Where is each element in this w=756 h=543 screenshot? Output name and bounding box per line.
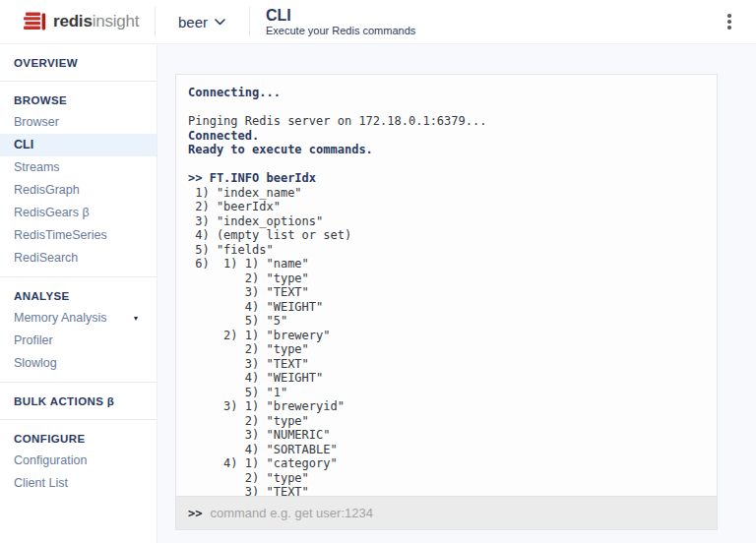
sidebar-item-redistimeseries[interactable]: RedisTimeSeries — [0, 224, 157, 247]
sidebar-item-memory-analysis[interactable]: Memory Analysis▼ — [0, 307, 157, 330]
database-selector-value: beer — [178, 14, 208, 30]
sidebar-item-label: RediSearch — [14, 251, 78, 265]
sidebar-divider — [0, 81, 157, 82]
cli-prompt: >> — [188, 507, 202, 520]
cli-output-line: 3) 1) "breweryid" — [188, 399, 705, 414]
cli-output-line: >> FT.INFO beerIdx — [188, 171, 705, 186]
cli-output-line: 5) "fields" — [188, 243, 705, 258]
database-selector[interactable]: beer — [156, 0, 249, 43]
cli-output-line: 4) (empty list or set) — [188, 228, 705, 243]
sidebar-item-label: CLI — [14, 138, 33, 151]
cli-output-line: 3) "index_options" — [188, 214, 705, 229]
cli-output-line: 4) "WEIGHT" — [188, 300, 705, 315]
main-content: Connecting... Pinging Redis server on 17… — [158, 44, 756, 543]
sidebar-item-label: Slowlog — [14, 356, 57, 370]
brand-insight: insight — [93, 12, 140, 30]
sidebar-item-profiler[interactable]: Profiler — [0, 330, 157, 352]
sidebar-item-label: Profiler — [14, 333, 53, 347]
cli-terminal-panel: Connecting... Pinging Redis server on 17… — [175, 74, 718, 530]
sidebar-divider — [0, 419, 157, 420]
sidebar-item-redisearch[interactable]: RediSearch — [0, 247, 157, 270]
sidebar-item-client-list[interactable]: Client List — [0, 472, 157, 495]
brand-redis: redis — [53, 12, 93, 30]
cli-output-line: Ready to execute commands. — [188, 143, 705, 157]
sidebar-item-label: RedisGraph — [14, 183, 80, 197]
sidebar-item-label: RedisGears β — [14, 206, 90, 219]
sidebar-nav: OVERVIEWBROWSEBrowserCLIStreamsRedisGrap… — [0, 44, 158, 543]
cli-output-line: 3) "TEXT" — [188, 485, 705, 496]
cli-output-line: 3) "TEXT" — [188, 357, 705, 372]
sidebar-item-label: Browser — [14, 115, 59, 129]
sidebar-section-analyse: ANALYSE — [0, 284, 157, 307]
cli-input-bar: >> — [176, 496, 717, 529]
sidebar-item-configuration[interactable]: Configuration — [0, 450, 157, 472]
cli-output-line: 5) "5" — [188, 314, 705, 329]
cli-output-line — [188, 100, 705, 115]
page-subtitle: Execute your Redis commands — [266, 25, 415, 37]
cli-output-line — [188, 157, 705, 172]
cli-output-line: 4) 1) "category" — [188, 456, 705, 471]
sidebar-item-label: Memory Analysis — [14, 311, 106, 325]
chevron-down-icon — [215, 19, 225, 26]
cli-output-line: 2) "type" — [188, 471, 705, 486]
cli-output-line: 4) "SORTABLE" — [188, 443, 705, 457]
cli-output-line: 6) 1) 1) "name" — [188, 257, 705, 272]
cli-output-line: 2) "type" — [188, 414, 705, 429]
sidebar-item-slowlog[interactable]: Slowlog — [0, 352, 157, 375]
cli-output-line: 2) 1) "brewery" — [188, 329, 705, 343]
cli-output-line: 5) "1" — [188, 386, 705, 400]
cli-output-line: 3) "NUMERIC" — [188, 428, 705, 443]
sidebar-section-browse: BROWSE — [0, 89, 157, 111]
sidebar-item-label: Client List — [14, 476, 68, 490]
sidebar-section-overview[interactable]: OVERVIEW — [0, 51, 157, 74]
sidebar-item-label: Configuration — [14, 453, 87, 467]
sidebar-item-redisgraph[interactable]: RedisGraph — [0, 179, 157, 202]
redisinsight-app: redisinsight beer CLI Execute your Redis… — [0, 0, 756, 543]
cli-command-input[interactable] — [210, 506, 705, 520]
cli-output-line: Connecting... — [188, 86, 705, 100]
cli-output-line: 2) "beerIdx" — [188, 200, 705, 214]
chevron-down-icon: ▼ — [132, 315, 139, 322]
sidebar-section-configure: CONFIGURE — [0, 427, 157, 450]
sidebar-item-cli[interactable]: CLI — [0, 134, 157, 156]
sidebar-item-label: Streams — [14, 160, 60, 174]
sidebar-item-redisgears[interactable]: RedisGears β — [0, 202, 157, 224]
sidebar-section-bulk-actions[interactable]: BULK ACTIONS β — [0, 390, 157, 412]
sidebar-divider — [0, 382, 157, 383]
sidebar-divider — [0, 276, 157, 277]
redisinsight-logo-icon — [23, 9, 46, 34]
cli-output-line: 2) "type" — [188, 342, 705, 357]
kebab-menu-button[interactable] — [719, 9, 740, 34]
sidebar-item-streams[interactable]: Streams — [0, 156, 157, 179]
page-header: CLI Execute your Redis commands — [266, 7, 415, 37]
brand-text: redisinsight — [53, 12, 139, 31]
cli-output-line: Pinging Redis server on 172.18.0.1:6379.… — [188, 114, 705, 129]
redisinsight-logo[interactable]: redisinsight — [0, 0, 155, 43]
cli-output-line: Connected. — [188, 129, 705, 144]
page-title: CLI — [266, 7, 415, 25]
cli-output[interactable]: Connecting... Pinging Redis server on 17… — [176, 75, 717, 496]
sidebar-item-label: RedisTimeSeries — [14, 228, 107, 242]
cli-output-line: 4) "WEIGHT" — [188, 371, 705, 386]
cli-output-line: 1) "index_name" — [188, 186, 705, 201]
header-divider — [249, 7, 250, 36]
cli-output-line: 3) "TEXT" — [188, 285, 705, 300]
header: redisinsight beer CLI Execute your Redis… — [0, 0, 756, 44]
cli-output-line: 2) "type" — [188, 272, 705, 286]
sidebar-item-browser[interactable]: Browser — [0, 111, 157, 134]
